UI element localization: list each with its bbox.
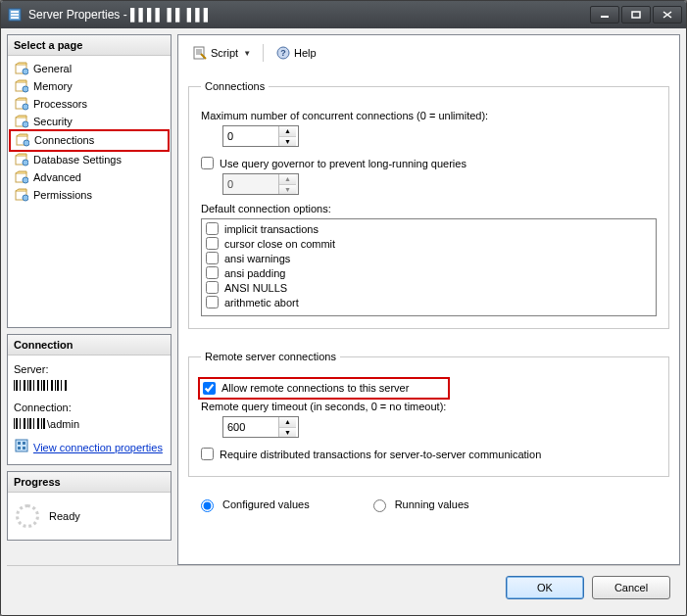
svg-point-9: [23, 69, 28, 74]
page-label: Processors: [33, 98, 87, 110]
page-icon: [14, 114, 29, 129]
connections-highlight: Connections: [9, 129, 170, 152]
spin-down-icon[interactable]: ▼: [279, 136, 296, 147]
option-label: cursor close on commit: [224, 238, 335, 250]
option-checkbox[interactable]: [206, 222, 219, 235]
spin-down-icon[interactable]: ▼: [279, 427, 296, 438]
chevron-down-icon: ▼: [243, 49, 251, 58]
page-item-advanced[interactable]: Advanced: [10, 168, 169, 186]
option-item[interactable]: ansi warnings: [206, 251, 652, 265]
svg-rect-25: [18, 442, 21, 445]
svg-rect-29: [194, 47, 204, 59]
query-governor-checkbox[interactable]: [201, 157, 214, 169]
max-connections-input[interactable]: [223, 126, 278, 146]
page-item-security[interactable]: Security: [10, 113, 169, 130]
max-connections-spinner[interactable]: ▲▼: [222, 125, 299, 147]
left-column: Select a page General Memory Processors …: [7, 34, 172, 565]
minimize-button[interactable]: [590, 6, 619, 24]
connection-properties-icon: [14, 438, 29, 458]
svg-point-13: [23, 104, 28, 110]
script-button[interactable]: Script ▼: [188, 43, 255, 63]
allow-remote-highlight: Allow remote connections to this server: [198, 377, 450, 400]
option-item[interactable]: ansi padding: [206, 265, 652, 280]
option-item[interactable]: ANSI NULLS: [206, 280, 652, 295]
svg-rect-5: [632, 12, 640, 18]
svg-rect-28: [23, 447, 25, 450]
query-governor-input: [223, 174, 278, 194]
page-label: Permissions: [33, 189, 92, 201]
select-page-header: Select a page: [8, 35, 171, 56]
option-checkbox[interactable]: [206, 237, 219, 250]
remote-timeout-spinner[interactable]: ▲▼: [222, 416, 299, 438]
option-item[interactable]: cursor close on commit: [206, 236, 652, 251]
remote-timeout-input[interactable]: [223, 417, 278, 437]
connection-header: Connection: [8, 335, 171, 355]
require-dtc-checkbox[interactable]: [201, 448, 214, 460]
svg-point-23: [23, 195, 28, 201]
page-icon: [14, 61, 29, 76]
maximize-button[interactable]: [621, 6, 651, 24]
option-checkbox[interactable]: [206, 252, 219, 264]
option-checkbox[interactable]: [206, 296, 219, 308]
page-item-connections[interactable]: Connections: [11, 131, 168, 149]
server-value: [14, 378, 165, 395]
help-button[interactable]: ? Help: [271, 43, 320, 63]
server-properties-window: Server Properties - ▌▌▌▌ ▌▌ ▌▌▌ Select a…: [0, 0, 687, 616]
cancel-button[interactable]: Cancel: [592, 576, 670, 599]
progress-header: Progress: [8, 472, 171, 493]
svg-rect-3: [11, 17, 19, 19]
remote-legend: Remote server connections: [201, 351, 340, 362]
page-item-general[interactable]: General: [10, 60, 169, 77]
view-connection-properties-link[interactable]: View connection properties: [33, 440, 163, 456]
svg-point-17: [24, 140, 29, 146]
progress-status: Ready: [49, 510, 80, 522]
page-label: Database Settings: [33, 154, 122, 166]
help-label: Help: [294, 47, 317, 59]
timeout-label: Remote query timeout (in seconds, 0 = no…: [201, 401, 657, 412]
spin-up-icon[interactable]: ▲: [279, 417, 296, 427]
window-title: Server Properties - ▌▌▌▌ ▌▌ ▌▌▌: [28, 8, 588, 22]
page-label: General: [33, 63, 72, 74]
app-icon: [7, 7, 23, 23]
option-checkbox[interactable]: [206, 266, 219, 279]
require-dtc-label: Require distributed transactions for ser…: [220, 449, 541, 460]
svg-rect-26: [23, 442, 25, 445]
option-item[interactable]: implicit transactions: [206, 221, 652, 236]
option-label: arithmetic abort: [224, 297, 299, 308]
page-list: General Memory Processors Security Conne…: [8, 56, 171, 208]
select-page-panel: Select a page General Memory Processors …: [7, 34, 172, 328]
connections-group: Connections Maximum number of concurrent…: [188, 80, 669, 329]
option-checkbox[interactable]: [206, 281, 219, 294]
svg-point-21: [23, 177, 28, 183]
allow-remote-checkbox[interactable]: [203, 382, 216, 395]
default-options-list[interactable]: implicit transactions cursor close on co…: [201, 218, 657, 316]
page-item-memory[interactable]: Memory: [10, 77, 169, 95]
max-conn-label: Maximum number of concurrent connections…: [201, 110, 657, 121]
page-icon: [14, 96, 29, 112]
titlebar[interactable]: Server Properties - ▌▌▌▌ ▌▌ ▌▌▌: [1, 1, 686, 28]
page-icon: [14, 78, 29, 94]
page-item-database-settings[interactable]: Database Settings: [10, 151, 169, 168]
ok-button[interactable]: OK: [506, 576, 584, 599]
page-icon: [14, 187, 29, 203]
option-item[interactable]: arithmetic abort: [206, 295, 652, 309]
svg-rect-27: [18, 447, 21, 450]
default-options-label: Default connection options:: [201, 203, 657, 214]
svg-rect-1: [11, 11, 19, 13]
running-values-radio[interactable]: Running values: [368, 497, 469, 512]
configured-values-radio[interactable]: Configured values: [196, 497, 310, 512]
svg-rect-4: [601, 16, 609, 18]
spin-up-icon: ▲: [279, 174, 296, 184]
page-item-permissions[interactable]: Permissions: [10, 186, 169, 204]
script-icon: [192, 45, 208, 61]
connection-panel: Connection Server: Connection: \admin Vi…: [7, 334, 172, 465]
toolbar-separator: [263, 44, 264, 62]
close-button[interactable]: [653, 6, 682, 24]
page-icon: [14, 169, 29, 185]
svg-point-11: [23, 86, 28, 92]
page-item-processors[interactable]: Processors: [10, 95, 169, 113]
progress-panel: Progress Ready: [7, 471, 172, 541]
option-label: ANSI NULLS: [224, 282, 287, 294]
svg-point-15: [23, 121, 28, 127]
spin-up-icon[interactable]: ▲: [279, 126, 296, 136]
